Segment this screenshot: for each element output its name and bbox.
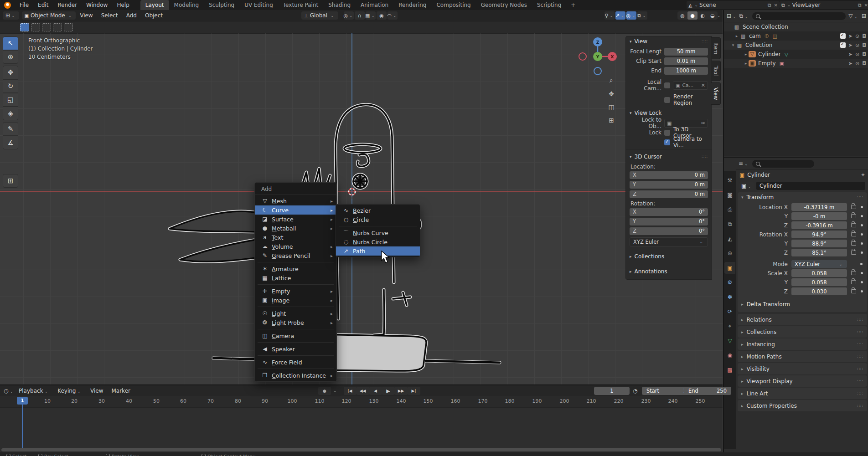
lock-icon[interactable]	[851, 241, 856, 246]
toggle-perspective-icon[interactable]: ⊞	[606, 117, 616, 124]
jump-to-end-button[interactable]: ▶|	[408, 387, 420, 395]
workspace-tab[interactable]: Scripting	[532, 0, 566, 10]
animate-dot-icon[interactable]	[861, 233, 863, 236]
animate-dot-icon[interactable]	[861, 242, 863, 245]
lock-icon[interactable]	[851, 232, 856, 236]
proportional-falloff-dropdown[interactable]: ◠⌄	[388, 11, 398, 20]
viewlayer-selector[interactable]: ⧉ ⌄ ViewLayer ⧉ ✕	[780, 1, 868, 9]
timeline-ruler[interactable]: 10 20 30 40 50 60 70 80 90 100 110 120 1…	[0, 396, 723, 408]
end-frame-field[interactable]: End 250	[684, 387, 731, 395]
lock-icon[interactable]	[851, 271, 856, 275]
cursor-rotation-field[interactable]: Z0°	[630, 227, 708, 235]
panel-grip-icon[interactable]: ∷∷	[702, 154, 708, 159]
material-shading-icon[interactable]: ◐	[698, 11, 708, 20]
gizmo-x-negative[interactable]	[579, 53, 586, 60]
panel-grip-icon[interactable]: ∷∷	[858, 367, 863, 371]
panel-grip-icon[interactable]: ∷∷	[858, 318, 863, 322]
outliner-search-input[interactable]	[752, 12, 846, 20]
selectable-icon[interactable]: ➤	[848, 42, 852, 48]
scale-value-field[interactable]: 0.058	[791, 278, 847, 286]
outliner-filter-icon[interactable]: ▽⌄	[848, 13, 859, 19]
disable-render-icon[interactable]: ◘	[862, 51, 866, 57]
snapping-dropdown[interactable]: ▦⌄	[366, 11, 376, 20]
cursor-location-field[interactable]: Y0 m	[630, 181, 708, 189]
add-menu-item[interactable]: ◪ Surface ▸	[255, 215, 336, 224]
workspace-tab[interactable]: Texture Paint	[278, 0, 323, 10]
collapsed-panel-header[interactable]: ▸ Custom Properties ∷∷	[738, 400, 867, 411]
xray-toggle-icon[interactable]: ⧉⌄	[637, 11, 647, 20]
cursor-location-field[interactable]: X0 m	[630, 171, 708, 179]
collapsed-panel-header[interactable]: ▸ Visibility ∷∷	[738, 363, 867, 374]
lock-3d-cursor-checkbox[interactable]	[664, 130, 670, 136]
disable-render-icon[interactable]: ◘	[862, 33, 866, 39]
chevron-down-icon[interactable]: ⌄	[333, 389, 337, 393]
animate-dot-icon[interactable]	[861, 224, 863, 226]
transform-value-field[interactable]: -0 m	[791, 212, 847, 220]
clear-icon[interactable]: ✕	[701, 82, 705, 88]
collapsed-panel-header[interactable]: ▸ Line Art ∷∷	[738, 388, 867, 399]
rotate-tool[interactable]: ↻	[3, 79, 18, 93]
cursor-tool[interactable]: ⊕	[3, 50, 18, 64]
menu-bar-item[interactable]: Help	[112, 0, 134, 10]
menu-bar-item[interactable]: Window	[82, 0, 112, 10]
new-collection-icon[interactable]: ⊞	[862, 13, 866, 19]
add-menu-item[interactable]: ● Metaball ▸	[255, 224, 336, 233]
current-frame-field[interactable]: 1	[594, 387, 630, 395]
add-workspace-button[interactable]: +	[566, 0, 580, 10]
transform-panel-header[interactable]: ▾ Transform ∷∷	[738, 192, 867, 202]
disclosure-triangle-icon[interactable]: ▸	[734, 34, 739, 38]
curve-submenu-item[interactable]: ◌ Nurbs Circle	[336, 237, 420, 246]
workspace-tab[interactable]: Rendering	[393, 0, 431, 10]
local-camera-field[interactable]: ▣ Ca... ✕	[673, 81, 708, 90]
add-menu-item[interactable]: ❐ Collection Instance ▸	[255, 371, 336, 380]
viewport-menu-item[interactable]: View	[76, 12, 97, 19]
add-menu-item[interactable]: ☉ Light ▸	[255, 309, 336, 318]
scale-value-field[interactable]: 0.058	[791, 269, 847, 277]
auto-keying-button[interactable]: ●	[318, 387, 331, 395]
stopwatch-icon[interactable]: ◔	[633, 388, 637, 394]
blender-logo-icon[interactable]	[4, 2, 11, 9]
scale-tool[interactable]: ◱	[3, 93, 18, 107]
snap-toggle-icon[interactable]: ∩	[355, 11, 365, 20]
camera-to-view-checkbox[interactable]	[664, 139, 670, 145]
timeline-menu-item[interactable]: View	[86, 388, 107, 394]
animate-dot-icon[interactable]	[861, 272, 863, 274]
collapsed-panel-header[interactable]: ▸ Collections ∷∷	[738, 326, 867, 338]
lock-icon[interactable]	[851, 251, 856, 255]
selectable-icon[interactable]: ➤	[848, 33, 852, 39]
lock-icon[interactable]	[851, 205, 856, 209]
object-name-field[interactable]: Cylinder	[756, 182, 865, 190]
add-menu-item[interactable]: ▣ Image ▸	[255, 296, 336, 305]
menu-bar-item[interactable]: File	[15, 0, 33, 10]
pin-icon[interactable]: ✦	[861, 172, 865, 178]
curve-submenu-item[interactable]: ↗ Path	[336, 246, 420, 256]
collapsed-panel-header[interactable]: ▸ Instancing ∷∷	[738, 338, 867, 350]
hide-eye-icon[interactable]: ⊙	[855, 51, 859, 57]
hide-eye-icon[interactable]: ⊙	[855, 42, 859, 48]
workspace-tab[interactable]: Compositing	[431, 0, 475, 10]
transform-value-field[interactable]: 94.9°	[791, 231, 847, 238]
gizmos-toggle-icon[interactable]: ↗⌄	[615, 11, 625, 20]
curve-submenu-item[interactable]: ∿ Bezier	[336, 206, 420, 215]
selectable-icon[interactable]: ➤	[848, 61, 852, 67]
wireframe-shading-icon[interactable]: ◍	[677, 11, 687, 20]
clip-end-field[interactable]: 1000 m	[664, 67, 708, 75]
delta-transform-header[interactable]: ▸ Delta Transform	[738, 299, 867, 309]
outliner-display-mode-dropdown[interactable]: ⊟⌄	[727, 13, 738, 19]
panel-grip-icon[interactable]: ∷∷	[858, 404, 863, 408]
add-menu-item[interactable]: a Text	[255, 233, 336, 242]
timeline-menu-item[interactable]: Keying⌄	[53, 388, 86, 394]
pivot-point-dropdown[interactable]: ◎⌄	[344, 11, 354, 20]
transform-value-field[interactable]: 88.9°	[791, 240, 847, 247]
workspace-tab[interactable]: Geometry Nodes	[476, 0, 532, 10]
exclude-checkbox[interactable]	[840, 33, 846, 39]
rendered-shading-icon[interactable]: ◒	[708, 11, 718, 20]
eyedropper-icon[interactable]: ✑	[701, 120, 705, 126]
collapsed-panel-header[interactable]: ▸ Motion Paths ∷∷	[738, 351, 867, 362]
mode-dropdown[interactable]: ▣ Object Mode ⌄	[22, 11, 76, 20]
add-menu-item[interactable]: ▦ Lattice	[255, 273, 336, 282]
cursor-location-field[interactable]: Z0 m	[630, 190, 708, 198]
navigation-gizmo[interactable]: Z Y X	[576, 34, 620, 77]
animate-dot-icon[interactable]	[861, 290, 863, 292]
transform-value-field[interactable]: -0.3916 m	[791, 221, 847, 229]
